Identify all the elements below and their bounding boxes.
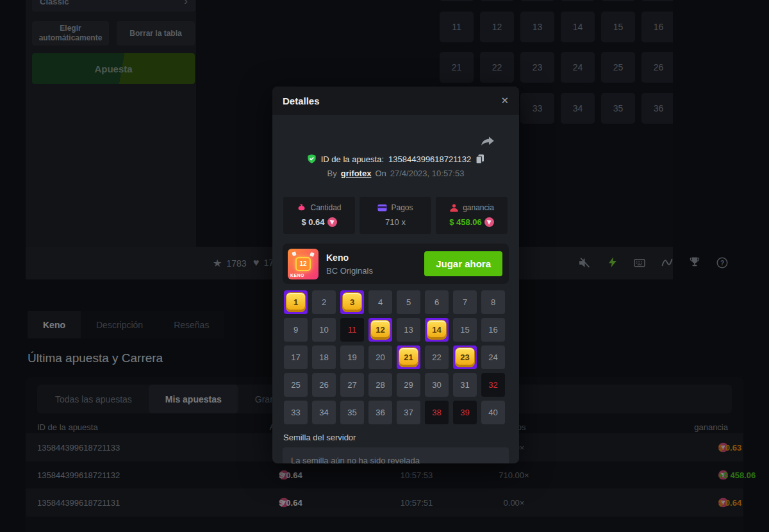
- server-seed-value: La semilla aún no ha sido revelada: [291, 456, 420, 463]
- result-cell-16: 16: [481, 318, 505, 342]
- result-cell-17: 17: [284, 345, 308, 369]
- keno-game-page: 1234567891011121314151617181920212223242…: [0, 0, 769, 532]
- bet-details-modal: Detalles ✕ ID de la apuesta: 13584439961…: [272, 87, 519, 463]
- close-icon[interactable]: ✕: [500, 95, 509, 106]
- result-cell-22: 22: [425, 345, 449, 369]
- play-now-button[interactable]: Jugar ahora: [424, 251, 502, 276]
- result-cell-28: 28: [368, 373, 392, 397]
- result-cell-9: 9: [284, 318, 308, 342]
- by-label: By: [327, 169, 337, 178]
- result-cell-30: 30: [425, 373, 449, 397]
- result-cell-26: 26: [312, 373, 336, 397]
- stat-label: ganancia: [463, 203, 494, 212]
- result-cell-33: 33: [284, 401, 308, 424]
- result-cell-37: 37: [397, 401, 420, 424]
- result-cell-11: 11: [340, 318, 364, 342]
- result-cell-7: 7: [453, 290, 477, 314]
- keno-game-icon: 12 KENO: [288, 249, 318, 279]
- result-cell-13: 13: [397, 318, 420, 342]
- modal-title: Detalles: [283, 96, 320, 106]
- result-cell-3: 3: [340, 290, 364, 314]
- coin-icon: [327, 217, 337, 227]
- server-seed-field[interactable]: La semilla aún no ha sido revelada: [283, 447, 509, 463]
- verified-shield-icon: [307, 154, 317, 164]
- bet-datetime: 27/4/2023, 10:57:53: [390, 169, 465, 178]
- bet-id-value: 135844399618721132: [388, 154, 471, 164]
- modal-header: Detalles ✕: [272, 87, 519, 115]
- result-cell-21: 21: [397, 345, 420, 369]
- bet-meta-row: By grifotex On 27/4/2023, 10:57:53: [272, 169, 519, 178]
- result-cell-8: 8: [481, 290, 505, 314]
- result-cell-36: 36: [368, 401, 392, 424]
- result-cell-31: 31: [453, 373, 477, 397]
- result-cell-1: 1: [284, 290, 308, 314]
- result-cell-2: 2: [312, 290, 336, 314]
- result-cell-15: 15: [453, 318, 477, 342]
- result-cell-27: 27: [340, 373, 364, 397]
- bet-id-row: ID de la apuesta: 135844399618721132: [272, 154, 519, 164]
- result-cell-35: 35: [340, 401, 364, 424]
- result-cell-18: 18: [312, 345, 336, 369]
- game-name: Keno: [326, 253, 373, 263]
- moneybag-icon: [297, 204, 306, 212]
- result-cell-25: 25: [284, 373, 308, 397]
- result-cell-14: 14: [425, 318, 449, 342]
- share-icon[interactable]: [481, 137, 495, 149]
- result-number-grid: 1234567891011121314151617181920212223242…: [284, 290, 505, 424]
- result-cell-24: 24: [481, 345, 505, 369]
- stat-label: Cantidad: [310, 203, 341, 212]
- stat-value: $ 458.06: [449, 217, 482, 227]
- server-seed-label: Semilla del servidor: [283, 433, 356, 442]
- result-cell-38: 38: [425, 401, 449, 424]
- stat-pagos: Pagos 710 x: [360, 197, 431, 234]
- copy-icon[interactable]: [475, 154, 484, 164]
- result-cell-40: 40: [481, 401, 505, 424]
- result-cell-23: 23: [453, 345, 477, 369]
- result-cell-12: 12: [368, 318, 392, 342]
- stat-value: 710 x: [385, 217, 406, 227]
- on-label: On: [375, 169, 386, 178]
- wallet-icon: [377, 203, 387, 212]
- result-cell-39: 39: [453, 401, 477, 424]
- hand-coin-icon: [449, 204, 459, 212]
- stat-value: $ 0.64: [301, 217, 324, 227]
- result-cell-4: 4: [368, 290, 392, 314]
- game-provider: BC Originals: [326, 266, 373, 276]
- coin-icon: [484, 217, 494, 227]
- stat-label: Pagos: [391, 203, 413, 212]
- keno-icon-brand: KENO: [290, 273, 304, 278]
- result-cell-20: 20: [368, 345, 392, 369]
- result-cell-5: 5: [397, 290, 420, 314]
- result-cell-10: 10: [312, 318, 336, 342]
- result-cell-32: 32: [481, 373, 505, 397]
- keno-icon-number: 12: [295, 257, 311, 271]
- result-cell-34: 34: [312, 401, 336, 424]
- bet-id-label: ID de la apuesta:: [321, 154, 384, 164]
- stat-ganancia: ganancia $ 458.06: [436, 197, 508, 234]
- result-cell-6: 6: [425, 290, 449, 314]
- game-card: 12 KENO Keno BC Originals Jugar ahora: [283, 244, 509, 284]
- stat-cantidad: Cantidad $ 0.64: [283, 197, 355, 234]
- result-cell-29: 29: [397, 373, 420, 397]
- result-cell-19: 19: [340, 345, 364, 369]
- username-link[interactable]: grifotex: [341, 169, 372, 178]
